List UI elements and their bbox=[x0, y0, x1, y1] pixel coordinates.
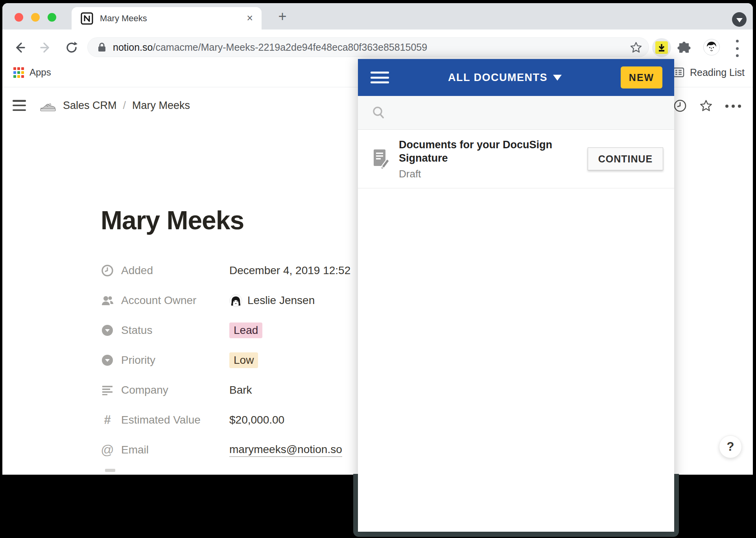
document-list-item[interactable]: Documents for your DocuSign Signature Dr… bbox=[358, 130, 674, 188]
property-label: Status bbox=[121, 324, 219, 337]
documents-dropdown[interactable]: ALL DOCUMENTS bbox=[389, 72, 621, 84]
property-label: Priority bbox=[121, 354, 219, 367]
breadcrumb: Sales CRM / Mary Meeks bbox=[39, 97, 190, 114]
new-tab-button[interactable]: + bbox=[275, 9, 290, 24]
document-title: Documents for your DocuSign Signature bbox=[399, 138, 588, 165]
reading-list-icon bbox=[673, 66, 684, 78]
bookmark-star-icon[interactable] bbox=[630, 41, 642, 54]
macos-minimize-button[interactable] bbox=[31, 13, 40, 22]
extensions-puzzle-icon[interactable] bbox=[677, 40, 691, 54]
apps-grid-icon bbox=[13, 67, 24, 78]
property-value: $20,000.00 bbox=[229, 414, 284, 426]
address-bar[interactable]: notion.so/camacme/Mary-Meeks-2219a2de94f… bbox=[87, 37, 649, 57]
tab-search-button[interactable] bbox=[732, 12, 747, 27]
status-badge: Lead bbox=[229, 322, 262, 338]
property-label: Company bbox=[121, 384, 219, 396]
priority-badge: Low bbox=[229, 352, 258, 368]
reading-list-label: Reading List bbox=[690, 67, 745, 78]
property-label: Added bbox=[121, 264, 219, 277]
property-value: December 4, 2019 12:52 bbox=[229, 264, 350, 277]
back-button[interactable] bbox=[13, 41, 27, 55]
notion-logo-icon bbox=[80, 12, 94, 25]
reading-list-button[interactable]: Reading List bbox=[673, 58, 745, 87]
forward-button[interactable] bbox=[39, 41, 53, 55]
at-icon: @ bbox=[101, 443, 114, 457]
property-label: Estimated Value bbox=[121, 414, 219, 426]
property-value: Bark bbox=[229, 384, 252, 396]
page-more-menu[interactable] bbox=[725, 105, 741, 108]
property-label: Account Owner bbox=[121, 294, 219, 307]
tab-close-icon[interactable]: × bbox=[247, 13, 253, 24]
sneaker-icon bbox=[39, 98, 57, 113]
apps-label: Apps bbox=[30, 67, 51, 78]
text-icon bbox=[101, 383, 114, 397]
docusign-panel-body bbox=[358, 188, 674, 532]
select-icon bbox=[101, 324, 114, 337]
browser-tab[interactable]: Mary Meeks × bbox=[72, 7, 262, 29]
property-value: Lead bbox=[229, 322, 262, 338]
url-text: notion.so/camacme/Mary-Meeks-2219a2de94f… bbox=[113, 42, 427, 53]
docusign-extension-button[interactable] bbox=[652, 38, 671, 57]
property-value: Leslie Jensen bbox=[229, 294, 315, 307]
menu-hamburger-icon[interactable] bbox=[371, 72, 389, 83]
leslie-jensen-avatar bbox=[229, 294, 242, 307]
favorite-star-icon[interactable] bbox=[699, 99, 713, 112]
profile-avatar[interactable] bbox=[703, 39, 720, 55]
chrome-menu-button[interactable] bbox=[736, 40, 739, 57]
partial-next-property-icon bbox=[105, 469, 115, 472]
docusign-panel: ALL DOCUMENTS NEW Documents for your Doc… bbox=[358, 59, 674, 532]
download-arrow-icon bbox=[655, 41, 668, 54]
macos-close-button[interactable] bbox=[15, 13, 23, 22]
macos-zoom-button[interactable] bbox=[48, 13, 56, 22]
document-info: Documents for your DocuSign Signature Dr… bbox=[399, 138, 588, 180]
updates-clock-icon[interactable] bbox=[673, 99, 687, 112]
people-icon bbox=[101, 294, 114, 307]
search-icon bbox=[371, 105, 386, 120]
clock-icon bbox=[101, 264, 114, 277]
reload-button[interactable] bbox=[65, 41, 79, 55]
person-name: Leslie Jensen bbox=[247, 294, 315, 307]
breadcrumb-current[interactable]: Mary Meeks bbox=[132, 99, 190, 112]
document-sign-icon bbox=[371, 148, 390, 170]
tab-title: Mary Meeks bbox=[100, 13, 247, 24]
lock-icon bbox=[97, 42, 107, 52]
browser-toolbar: notion.so/camacme/Mary-Meeks-2219a2de94f… bbox=[2, 29, 753, 58]
chevron-down-icon bbox=[736, 18, 743, 22]
chevron-down-icon bbox=[553, 75, 562, 81]
url-path: /camacme/Mary-Meeks-2219a2de94fe48eca80f… bbox=[153, 42, 427, 53]
property-value: Low bbox=[229, 352, 258, 368]
continue-button[interactable]: CONTINUE bbox=[588, 147, 663, 170]
new-document-button[interactable]: NEW bbox=[621, 66, 662, 88]
hash-icon: # bbox=[101, 413, 114, 427]
docusign-header: ALL DOCUMENTS NEW bbox=[358, 59, 674, 96]
document-status: Draft bbox=[399, 168, 588, 180]
sidebar-toggle-icon[interactable] bbox=[13, 100, 26, 111]
breadcrumb-separator: / bbox=[123, 99, 126, 112]
select-icon bbox=[101, 354, 114, 367]
document-search-bar[interactable] bbox=[358, 96, 674, 130]
apps-shortcut[interactable]: Apps bbox=[13, 58, 51, 87]
tab-strip: Mary Meeks × + bbox=[2, 3, 753, 29]
property-label: Email bbox=[121, 444, 219, 456]
email-link[interactable]: marymeeks@notion.so bbox=[229, 443, 342, 457]
breadcrumb-root[interactable]: Sales CRM bbox=[63, 99, 117, 112]
documents-dropdown-label: ALL DOCUMENTS bbox=[448, 72, 548, 84]
page-title[interactable]: Mary Meeks bbox=[101, 205, 244, 235]
help-button[interactable]: ? bbox=[719, 435, 742, 458]
url-domain: notion.so bbox=[113, 42, 153, 53]
property-value: marymeeks@notion.so bbox=[229, 443, 342, 457]
